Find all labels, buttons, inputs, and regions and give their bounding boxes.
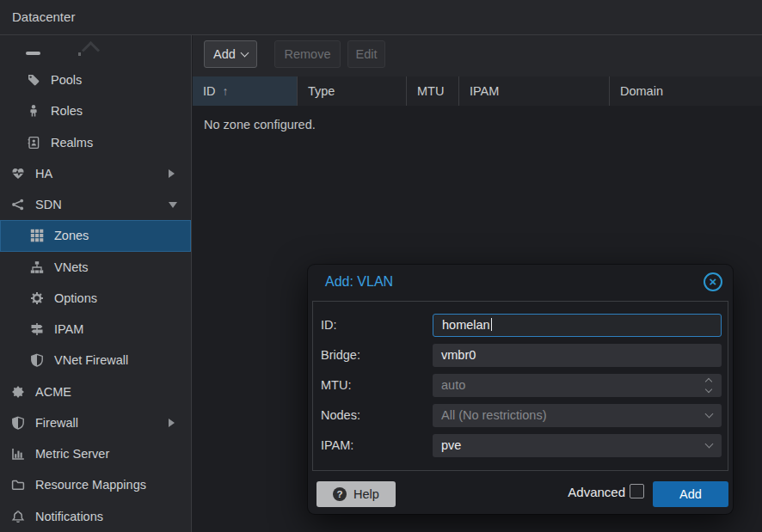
- sidebar-item-notifications[interactable]: Notifications: [0, 501, 191, 532]
- sort-ascending-icon: ↑: [223, 84, 229, 98]
- bridge-input[interactable]: vmbr0: [433, 344, 722, 367]
- sidebar-item-label: VNets: [54, 260, 89, 274]
- field-row-mtu: MTU: auto: [313, 374, 728, 397]
- advanced-checkbox[interactable]: [630, 484, 644, 498]
- sidebar-item-label: ACME: [35, 385, 71, 399]
- nodes-field-label: Nodes:: [321, 404, 360, 427]
- field-row-id: ID: homelan: [313, 314, 728, 337]
- network-icon: [10, 197, 26, 212]
- mtu-input[interactable]: auto: [433, 374, 722, 397]
- tags-icon: [26, 72, 41, 88]
- sidebar-item-firewall[interactable]: Firewall: [0, 407, 191, 438]
- sidebar-item-label: IPAM: [54, 322, 83, 336]
- remove-button-label: Remove: [285, 47, 331, 61]
- app-window: Datacenter Pools Roles Realms: [0, 0, 762, 532]
- gear-icon: [29, 290, 45, 306]
- bridge-field-label: Bridge:: [321, 344, 360, 367]
- folder-icon: [10, 477, 26, 492]
- sidebar-item-metric-server[interactable]: Metric Server: [0, 438, 191, 469]
- empty-table-message: No zone configured.: [204, 118, 316, 131]
- sidebar-item-label: Firewall: [35, 416, 78, 430]
- number-spinner[interactable]: [705, 377, 714, 394]
- question-circle-icon: ?: [333, 487, 347, 501]
- sidebar-item-label: Resource Mappings: [35, 478, 146, 492]
- column-header-ipam[interactable]: IPAM: [459, 76, 610, 106]
- column-header-id[interactable]: ID↑: [193, 76, 298, 106]
- remove-button[interactable]: Remove: [274, 40, 341, 68]
- id-field-label: ID:: [321, 314, 337, 337]
- column-header-mtu[interactable]: MTU: [407, 76, 459, 106]
- sidebar-partial-item[interactable]: [0, 35, 191, 64]
- address-book-icon: [26, 135, 41, 150]
- sidebar-item-acme[interactable]: ACME: [0, 376, 191, 407]
- sidebar-item-pools[interactable]: Pools: [0, 64, 191, 95]
- field-row-ipam: IPAM: pve: [313, 434, 728, 457]
- field-row-bridge: Bridge: vmbr0: [313, 344, 728, 367]
- id-input[interactable]: homelan: [433, 314, 722, 337]
- zones-toolbar: Add Remove Edit: [193, 35, 762, 76]
- sidebar-item-label: Options: [54, 291, 97, 305]
- sidebar-item-label: Notifications: [35, 510, 103, 523]
- resource-tree: Pools Roles Realms HA SDN: [0, 35, 192, 532]
- add-button-label: Add: [213, 47, 236, 61]
- help-button-label: Help: [353, 487, 379, 501]
- ipam-field-label: IPAM:: [321, 434, 353, 457]
- chevron-down-icon[interactable]: [169, 202, 177, 208]
- nodes-dropdown[interactable]: All (No restrictions): [433, 404, 722, 427]
- chevron-down-icon: [240, 48, 249, 57]
- bell-icon: [10, 509, 26, 524]
- chevron-down-icon: [705, 440, 714, 449]
- add-vlan-dialog: Add: VLAN × ID: homelan Bridge: vmbr0 MT…: [308, 265, 733, 514]
- spinner-down-icon: [705, 386, 712, 393]
- shield-icon: [29, 352, 45, 368]
- dialog-form: ID: homelan Bridge: vmbr0 MTU: auto: [312, 301, 728, 471]
- partial-text-fragment: [78, 52, 81, 56]
- sidebar-item-roles[interactable]: Roles: [0, 95, 191, 126]
- shield-icon: [10, 415, 26, 431]
- certificate-icon: [10, 384, 26, 400]
- field-row-nodes: Nodes: All (No restrictions): [313, 404, 728, 427]
- user-icon: [26, 103, 41, 119]
- partial-icon-fragment: [26, 52, 40, 55]
- sidebar-item-ha[interactable]: HA: [0, 158, 191, 189]
- sidebar-item-sdn[interactable]: SDN: [0, 189, 191, 220]
- sitemap-icon: [29, 260, 45, 275]
- sidebar-item-vnets[interactable]: VNets: [0, 252, 191, 283]
- sidebar-item-realms[interactable]: Realms: [0, 127, 191, 158]
- text-caret: [491, 318, 493, 331]
- sidebar-item-resource-mappings[interactable]: Resource Mappings: [0, 469, 191, 500]
- titlebar: Datacenter: [0, 0, 762, 35]
- sidebar-item-label: SDN: [35, 198, 62, 211]
- grid-icon: [29, 228, 45, 243]
- sidebar-item-label: Roles: [51, 104, 83, 118]
- column-header-domain[interactable]: Domain: [610, 76, 762, 106]
- heartbeat-icon: [10, 166, 26, 181]
- sidebar-item-vnet-firewall[interactable]: VNet Firewall: [0, 345, 191, 376]
- ipam-dropdown[interactable]: pve: [433, 434, 722, 457]
- chevron-up-icon: [82, 41, 100, 59]
- sidebar-item-options[interactable]: Options: [0, 283, 191, 314]
- advanced-label: Advanced: [568, 485, 625, 499]
- chevron-right-icon[interactable]: [169, 419, 175, 427]
- sidebar-item-label: Pools: [51, 73, 82, 87]
- sidebar-item-zones[interactable]: Zones: [0, 220, 191, 251]
- dialog-title: Add: VLAN: [325, 274, 393, 290]
- add-button[interactable]: Add: [204, 40, 257, 68]
- sidebar-item-label: Metric Server: [35, 447, 109, 461]
- help-button[interactable]: ? Help: [316, 481, 396, 507]
- chevron-down-icon: [705, 410, 714, 419]
- edit-button[interactable]: Edit: [347, 40, 385, 68]
- close-icon[interactable]: ×: [704, 272, 722, 291]
- sidebar-item-label: VNet Firewall: [54, 353, 128, 367]
- sidebar-item-ipam[interactable]: IPAM: [0, 314, 191, 345]
- chevron-right-icon[interactable]: [169, 169, 175, 178]
- bar-chart-icon: [10, 446, 26, 462]
- dialog-add-button[interactable]: Add: [653, 481, 728, 507]
- spinner-up-icon: [705, 378, 712, 385]
- sidebar-item-label: Realms: [51, 136, 93, 150]
- map-signs-icon: [29, 321, 45, 337]
- dialog-footer: ? Help Advanced Add: [308, 471, 733, 514]
- column-header-type[interactable]: Type: [298, 76, 407, 106]
- edit-button-label: Edit: [356, 47, 378, 61]
- zones-table-header: ID↑ Type MTU IPAM Domain: [193, 76, 762, 106]
